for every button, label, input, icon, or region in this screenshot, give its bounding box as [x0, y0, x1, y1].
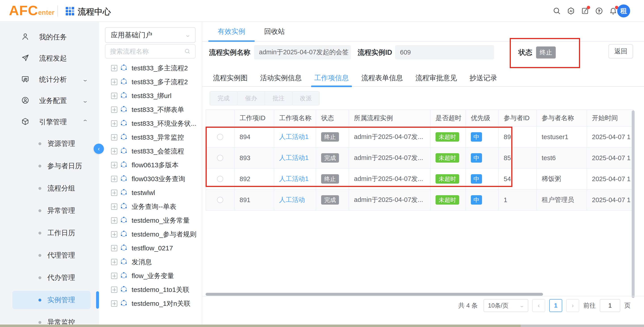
expand-plus-icon[interactable] — [111, 93, 117, 99]
tree-item-label: 发消息 — [132, 258, 152, 267]
page-horizontal-scrollbar[interactable] — [0, 325, 644, 327]
tree-item[interactable]: test833_会签流程 — [99, 144, 202, 158]
bell-icon[interactable] — [609, 7, 617, 15]
back-button[interactable]: 返回 — [608, 44, 633, 58]
instance-id-value[interactable]: 609 — [395, 45, 494, 59]
expand-plus-icon[interactable] — [111, 148, 117, 154]
brand-logo[interactable]: AFC enter — [9, 3, 54, 18]
tree-item[interactable]: testdemo_业务常量 — [99, 214, 202, 227]
ai-assistant-icon[interactable]: AI — [567, 7, 575, 15]
sidebar-subitem-异常管理[interactable]: 异常管理 — [0, 199, 99, 222]
next-page-button[interactable]: › — [566, 299, 579, 312]
tree-item[interactable]: testdemo_1to1关联 — [99, 283, 202, 297]
search-icon[interactable] — [553, 7, 561, 15]
tree-item-label: test833_异常监控 — [132, 133, 184, 142]
row-radio[interactable] — [217, 176, 223, 182]
tree-item[interactable]: test833_不绑表单 — [99, 103, 202, 117]
sidebar-item-1[interactable]: 我的任务 — [0, 26, 99, 47]
subtab-流程表单信息[interactable]: 流程表单信息 — [355, 69, 409, 87]
notes-icon[interactable] — [581, 7, 589, 15]
page-size-select[interactable]: 10条/页 ⌄ — [484, 299, 528, 312]
tree-item[interactable]: test833_绑url — [99, 89, 202, 103]
tree-item[interactable]: test833_多主流程2 — [99, 61, 202, 75]
row-radio[interactable] — [217, 134, 223, 140]
tree-item-label: testflow_0217 — [132, 244, 173, 252]
tree-item[interactable]: test833_异常监控 — [99, 130, 202, 144]
action-button-完成[interactable]: 完成 — [210, 91, 237, 105]
workitem-name-link[interactable]: 人工活动1 — [279, 132, 308, 141]
tree-item[interactable]: testwlwl — [99, 186, 202, 200]
sidebar-subitem-参与者日历[interactable]: 参与者日历 — [0, 155, 99, 177]
expand-plus-icon[interactable] — [111, 217, 117, 224]
tab-回收站[interactable]: 回收站 — [255, 22, 294, 41]
expand-plus-icon[interactable] — [111, 176, 117, 182]
help-icon[interactable]: ? — [595, 7, 603, 15]
subtab-抄送记录[interactable]: 抄送记录 — [463, 69, 504, 87]
tree-item[interactable]: flow0303业务查询 — [99, 172, 202, 186]
row-radio[interactable] — [217, 197, 223, 203]
sidebar-subitem-实例管理[interactable]: 实例管理 — [0, 289, 99, 311]
sidebar-subitem-资源管理[interactable]: 资源管理 — [0, 132, 99, 155]
sidebar-item-3[interactable]: 统计分析⌄ — [0, 69, 99, 90]
subtab-流程实例图[interactable]: 流程实例图 — [207, 69, 254, 87]
expand-plus-icon[interactable] — [111, 79, 117, 85]
instance-name-value[interactable]: admin于2025-04-07发起的会签 — [254, 45, 351, 59]
sidebar-subitem-工作日历[interactable]: 工作日历 — [0, 222, 99, 244]
tree-item[interactable]: flow0613多版本 — [99, 158, 202, 172]
logo-secondary: enter — [38, 7, 54, 18]
workitem-name-link[interactable]: 人工活动1 — [279, 153, 308, 162]
sidebar-subitem-流程分组[interactable]: 流程分组 — [0, 177, 99, 199]
subtab-活动实例信息[interactable]: 活动实例信息 — [254, 69, 308, 87]
expand-plus-icon[interactable] — [111, 106, 117, 113]
table-vertical-scrollbar[interactable] — [632, 110, 634, 298]
expand-plus-icon[interactable] — [111, 134, 117, 140]
workitem-name-link[interactable]: 人工活动1 — [279, 174, 308, 183]
expand-plus-icon[interactable] — [111, 259, 117, 265]
expand-plus-icon[interactable] — [111, 120, 117, 127]
expand-plus-icon[interactable] — [111, 273, 117, 279]
action-button-催办[interactable]: 催办 — [237, 91, 264, 105]
expand-plus-icon[interactable] — [111, 287, 117, 293]
sidebar-item-5[interactable]: 引擎管理⌃ — [0, 111, 99, 132]
expand-plus-icon[interactable] — [111, 190, 117, 196]
tree-item[interactable]: testdemo_参与者规则 — [99, 227, 202, 241]
current-page-button[interactable]: 1 — [549, 299, 562, 312]
goto-label: 前往 — [583, 301, 596, 310]
process-flow-icon — [117, 64, 128, 72]
prev-page-button[interactable]: ‹ — [532, 299, 545, 312]
subtab-流程审批意见[interactable]: 流程审批意见 — [409, 69, 463, 87]
collapse-panel-button[interactable]: ‹ — [94, 144, 104, 154]
column-header-是否超时: 是否超时 — [430, 110, 466, 126]
expand-plus-icon[interactable] — [111, 245, 117, 251]
sidebar-subitem-代理管理[interactable]: 代理管理 — [0, 244, 99, 267]
table-horizontal-scrollbar[interactable] — [206, 293, 543, 296]
workitem-name-link[interactable]: 人工活动 — [279, 195, 305, 204]
expand-plus-icon[interactable] — [111, 231, 117, 237]
tree-item[interactable]: testflow_0217 — [99, 241, 202, 255]
expand-plus-icon[interactable] — [111, 301, 117, 307]
row-radio[interactable] — [217, 155, 223, 161]
app-grid-icon[interactable] — [66, 7, 74, 15]
tree-item[interactable]: flow_业务变量 — [99, 269, 202, 283]
subtab-工作项信息[interactable]: 工作项信息 — [308, 69, 355, 87]
expand-plus-icon[interactable] — [111, 204, 117, 210]
sidebar-item-4[interactable]: 业务配置⌄ — [0, 90, 99, 111]
tree-item[interactable]: 业务查询--单表 — [99, 200, 202, 214]
action-button-批注[interactable]: 批注 — [264, 91, 292, 105]
tab-有效实例[interactable]: 有效实例 — [208, 22, 255, 41]
page-scrollbar-thumb[interactable] — [0, 325, 521, 327]
tree-item[interactable]: test833_多子流程2 — [99, 75, 202, 89]
goto-page-input[interactable] — [600, 299, 620, 312]
app-select[interactable]: 应用基础门户 ⌄ — [105, 27, 196, 43]
expand-plus-icon[interactable] — [111, 65, 117, 71]
action-button-改派[interactable]: 改派 — [292, 91, 320, 105]
expand-plus-icon[interactable] — [111, 162, 117, 168]
user-avatar[interactable]: 租 — [617, 4, 630, 17]
tree-item[interactable]: testdemo_1对n关联 — [99, 297, 202, 311]
search-input[interactable] — [110, 48, 184, 55]
tree-item[interactable]: 发消息 — [99, 255, 202, 269]
sidebar-item-2[interactable]: 流程发起 — [0, 47, 99, 69]
tree-item[interactable]: test833_环境业务状... — [99, 117, 202, 130]
process-flow-icon — [117, 189, 128, 197]
sidebar-subitem-代办管理[interactable]: 代办管理 — [0, 267, 99, 289]
